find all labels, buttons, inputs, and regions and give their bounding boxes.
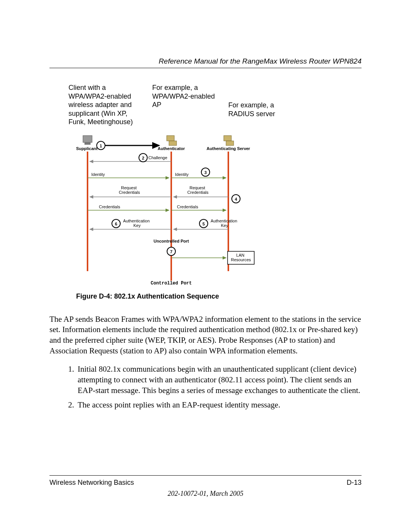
document-page: Reference Manual for the RangeMax Wirele… bbox=[0, 0, 411, 532]
figure-top-captions: Client with a WPA/WPA2-enabled wireless … bbox=[68, 83, 362, 126]
label-controlled-port: Controlled Port bbox=[151, 281, 192, 286]
step-7-num: 7 bbox=[170, 249, 172, 254]
svg-rect-4 bbox=[224, 136, 231, 141]
supplicant-icon bbox=[83, 136, 92, 145]
step-2-num: 2 bbox=[142, 156, 144, 160]
label-identity-r: Identity bbox=[175, 172, 189, 177]
label-authenticator: Authenticator bbox=[158, 146, 185, 151]
label-identity-l: Identity bbox=[91, 172, 105, 177]
sequence-diagram: Supplicant Authenticator Authenticating … bbox=[76, 134, 266, 300]
page-header: Reference Manual for the RangeMax Wirele… bbox=[49, 57, 362, 68]
label-auth-server: Authenticating Server bbox=[207, 146, 250, 151]
label-reqcred-r: Request Credentials bbox=[187, 185, 209, 195]
step-1-num: 1 bbox=[100, 144, 102, 148]
auth-server-icon bbox=[224, 136, 234, 145]
caption-authenticator: For example, a WPA/WPA2-enabled AP bbox=[152, 83, 221, 126]
page-footer: Wireless Networking Basics D-13 202-1007… bbox=[49, 475, 362, 498]
caption-auth-server: For example, a RADIUS server bbox=[228, 83, 297, 126]
svg-rect-2 bbox=[167, 136, 174, 141]
authenticator-icon bbox=[167, 136, 177, 145]
svg-rect-3 bbox=[169, 141, 177, 145]
svg-rect-5 bbox=[226, 141, 234, 145]
label-authkey-l: Authentication Key bbox=[123, 219, 151, 228]
label-authkey-r: Authentication Key bbox=[211, 219, 239, 228]
step-6-num: 6 bbox=[115, 222, 117, 226]
body-list: Initial 802.1x communications begin with… bbox=[49, 364, 362, 410]
svg-rect-0 bbox=[83, 136, 92, 142]
step-3-num: 3 bbox=[204, 170, 207, 175]
step-5-num: 5 bbox=[202, 222, 205, 226]
caption-supplicant: Client with a WPA/WPA2-enabled wireless … bbox=[68, 83, 145, 126]
label-uncontrolled-port: Uncontrolled Port bbox=[154, 239, 189, 243]
footer-page: D-13 bbox=[347, 479, 362, 487]
label-supplicant: Supplicant bbox=[76, 146, 98, 151]
list-item: The access point replies with an EAP-req… bbox=[76, 400, 362, 411]
body-paragraph: The AP sends Beacon Frames with WPA/WPA2… bbox=[49, 314, 362, 356]
step-4-num: 4 bbox=[235, 197, 237, 201]
label-cred-l: Credentials bbox=[99, 204, 120, 209]
footer-docid: 202-10072-01, March 2005 bbox=[49, 490, 362, 498]
label-cred-r: Credentials bbox=[177, 204, 198, 209]
label-challenge: Challenge bbox=[148, 155, 167, 160]
label-reqcred-l: Request Credentials bbox=[119, 185, 140, 195]
svg-rect-1 bbox=[84, 142, 91, 145]
figure-caption: Figure D-4: 802.1x Authentication Sequen… bbox=[76, 292, 266, 300]
footer-section: Wireless Networking Basics bbox=[49, 479, 134, 487]
list-item: Initial 802.1x communications begin with… bbox=[76, 364, 362, 396]
